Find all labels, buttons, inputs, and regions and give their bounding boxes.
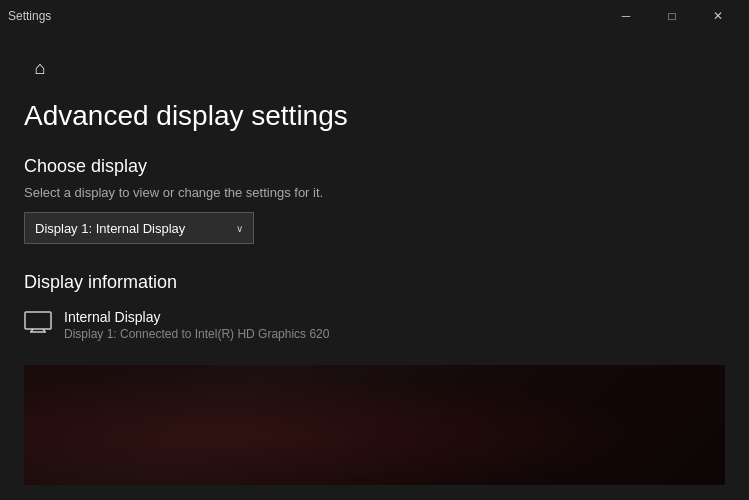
content-area: ⌂ Advanced display settings Choose displ…	[0, 32, 749, 500]
title-bar-controls: ─ □ ✕	[603, 0, 741, 32]
choose-display-section: Choose display Select a display to view …	[24, 156, 725, 244]
display-info-title: Display information	[24, 272, 725, 293]
display-name: Internal Display	[64, 309, 329, 325]
close-button[interactable]: ✕	[695, 0, 741, 32]
display-dropdown[interactable]: Display 1: Internal Display ∨	[24, 212, 254, 244]
main-content: ⌂ Advanced display settings Choose displ…	[0, 32, 749, 500]
svg-rect-0	[25, 312, 51, 329]
title-bar-left: Settings	[8, 9, 51, 23]
display-subtitle: Display 1: Connected to Intel(R) HD Grap…	[64, 327, 329, 341]
page-title: Advanced display settings	[24, 100, 725, 132]
dropdown-selected-value: Display 1: Internal Display	[35, 221, 236, 236]
display-card-text: Internal Display Display 1: Connected to…	[64, 309, 329, 341]
minimize-button[interactable]: ─	[603, 0, 649, 32]
monitor-svg-icon	[24, 311, 52, 333]
display-preview	[24, 365, 725, 485]
home-button[interactable]: ⌂	[24, 52, 56, 84]
maximize-button[interactable]: □	[649, 0, 695, 32]
chevron-down-icon: ∨	[236, 223, 243, 234]
display-card: Internal Display Display 1: Connected to…	[24, 301, 725, 349]
display-dropdown-container: Display 1: Internal Display ∨	[24, 212, 254, 244]
home-icon: ⌂	[35, 58, 46, 79]
choose-display-title: Choose display	[24, 156, 725, 177]
display-info-section: Display information Internal Display Dis…	[24, 272, 725, 500]
choose-display-description: Select a display to view or change the s…	[24, 185, 725, 200]
title-bar: Settings ─ □ ✕	[0, 0, 749, 32]
monitor-icon	[24, 311, 52, 339]
nav-header: ⌂	[24, 52, 725, 84]
title-bar-title: Settings	[8, 9, 51, 23]
